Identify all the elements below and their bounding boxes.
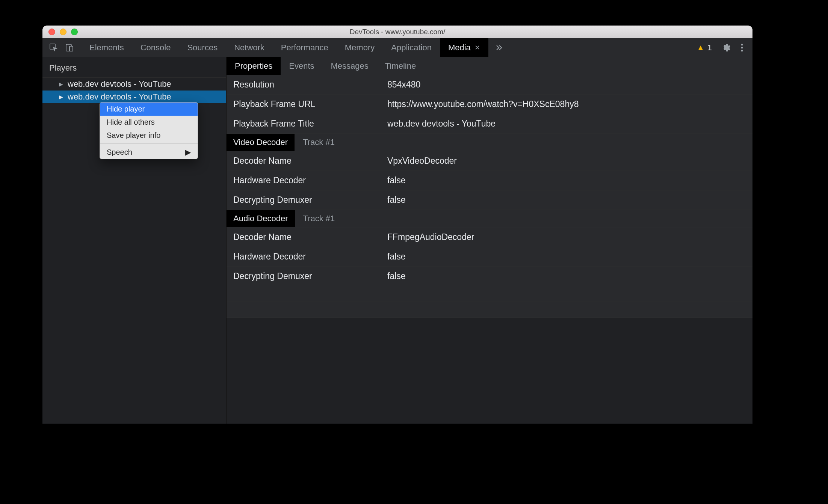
svg-rect-2 (70, 46, 73, 51)
section-track: Track #1 (295, 134, 343, 151)
players-sidebar: Players ▶ web.dev devtools - YouTube ▶ w… (42, 57, 227, 424)
warning-icon: ▲ (697, 43, 704, 52)
tab-network[interactable]: Network (226, 38, 273, 57)
warning-count: 1 (707, 43, 712, 53)
submenu-arrow-icon: ▶ (185, 148, 191, 157)
empty-row (227, 302, 752, 318)
tab-label: Elements (89, 43, 124, 53)
player-item-selected[interactable]: ▶ web.dev devtools - YouTube (42, 91, 226, 103)
prop-label: Decrypting Demuxer (233, 271, 387, 281)
tab-media[interactable]: Media ✕ (440, 38, 488, 57)
tab-label: Console (141, 43, 171, 53)
tab-console[interactable]: Console (132, 38, 179, 57)
prop-value: https://www.youtube.com/watch?v=H0XScE08… (387, 99, 579, 109)
context-item-label: Hide player (107, 105, 145, 113)
section-heading: Video Decoder (227, 134, 295, 151)
properties-list: Resolution 854x480 Playback Frame URL ht… (227, 75, 752, 424)
prop-row: Resolution 854x480 (227, 75, 752, 95)
svg-point-4 (741, 44, 743, 45)
prop-label: Hardware Decoder (233, 252, 387, 262)
zoom-window-button[interactable] (71, 29, 78, 35)
context-save-player-info[interactable]: Save player info (100, 129, 198, 142)
subtab-timeline[interactable]: Timeline (377, 57, 424, 75)
context-menu: Hide player Hide all others Save player … (100, 102, 198, 159)
devtools-window: DevTools - www.youtube.com/ Elements Con… (42, 26, 752, 424)
prop-value: VpxVideoDecoder (387, 156, 457, 166)
tab-application[interactable]: Application (383, 38, 440, 57)
subtab-properties[interactable]: Properties (227, 57, 281, 75)
context-item-label: Hide all others (107, 118, 155, 127)
settings-icon[interactable] (722, 43, 731, 52)
tab-label: Memory (345, 43, 375, 53)
prop-value: web.dev devtools - YouTube (387, 119, 496, 129)
prop-label: Resolution (233, 80, 387, 90)
play-triangle-icon: ▶ (59, 94, 63, 100)
prop-value: false (387, 175, 406, 186)
empty-row (227, 286, 752, 302)
device-toolbar-icon[interactable] (65, 43, 74, 52)
prop-row: Hardware Decoder false (227, 171, 752, 190)
prop-row: Hardware Decoder false (227, 247, 752, 267)
prop-value: false (387, 252, 406, 262)
titlebar: DevTools - www.youtube.com/ (42, 26, 752, 38)
prop-value: false (387, 195, 406, 205)
context-item-label: Save player info (107, 131, 160, 140)
content-area: Players ▶ web.dev devtools - YouTube ▶ w… (42, 57, 752, 424)
tab-sources[interactable]: Sources (179, 38, 226, 57)
subtab-label: Properties (235, 61, 272, 71)
tab-label: Network (234, 43, 264, 53)
subtab-messages[interactable]: Messages (323, 57, 377, 75)
prop-label: Playback Frame Title (233, 119, 387, 129)
player-label: web.dev devtools - YouTube (68, 92, 171, 102)
subtab-label: Timeline (385, 61, 416, 71)
subtab-events[interactable]: Events (281, 57, 322, 75)
inspect-element-icon[interactable] (49, 43, 58, 52)
properties-panel: Properties Events Messages Timeline Reso… (227, 57, 752, 424)
subtab-label: Events (289, 61, 314, 71)
prop-row: Decoder Name VpxVideoDecoder (227, 151, 752, 171)
audio-decoder-section: Audio Decoder Track #1 (227, 210, 752, 228)
section-track: Track #1 (295, 210, 343, 227)
tab-memory[interactable]: Memory (337, 38, 383, 57)
players-header: Players (42, 57, 226, 78)
more-tabs-button[interactable] (488, 44, 509, 51)
context-hide-player[interactable]: Hide player (100, 103, 198, 116)
prop-row: Decrypting Demuxer false (227, 190, 752, 210)
minimize-window-button[interactable] (60, 29, 66, 35)
toolbar-right: ▲ 1 (697, 43, 752, 53)
subtab-label: Messages (331, 61, 369, 71)
context-divider (100, 143, 198, 144)
close-tab-icon[interactable]: ✕ (474, 44, 480, 52)
tab-label: Application (391, 43, 432, 53)
video-decoder-section: Video Decoder Track #1 (227, 134, 752, 151)
prop-label: Playback Frame URL (233, 99, 387, 109)
devtools-toolbar: Elements Console Sources Network Perform… (42, 38, 752, 57)
player-item[interactable]: ▶ web.dev devtools - YouTube (42, 78, 226, 91)
prop-label: Decoder Name (233, 232, 387, 242)
prop-row: Playback Frame Title web.dev devtools - … (227, 114, 752, 134)
section-heading: Audio Decoder (227, 210, 295, 227)
close-window-button[interactable] (48, 29, 55, 35)
more-options-icon[interactable] (740, 43, 743, 52)
prop-label: Decoder Name (233, 156, 387, 166)
tab-elements[interactable]: Elements (81, 38, 132, 57)
tab-label: Media (448, 43, 471, 53)
prop-row: Playback Frame URL https://www.youtube.c… (227, 95, 752, 114)
toolbar-icon-group (42, 38, 81, 57)
context-speech-submenu[interactable]: Speech ▶ (100, 145, 198, 159)
prop-value: FFmpegAudioDecoder (387, 232, 474, 242)
prop-label: Decrypting Demuxer (233, 195, 387, 205)
tab-label: Sources (187, 43, 218, 53)
window-title: DevTools - www.youtube.com/ (350, 28, 446, 36)
context-item-label: Speech (107, 148, 132, 157)
context-hide-all-others[interactable]: Hide all others (100, 116, 198, 129)
prop-row: Decoder Name FFmpegAudioDecoder (227, 228, 752, 247)
svg-point-5 (741, 47, 743, 48)
tab-performance[interactable]: Performance (273, 38, 337, 57)
traffic-lights (42, 29, 78, 35)
prop-value: 854x480 (387, 80, 420, 90)
prop-row: Decrypting Demuxer false (227, 267, 752, 286)
warnings-button[interactable]: ▲ 1 (697, 43, 712, 53)
tab-label: Performance (281, 43, 328, 53)
toolbar-tabs: Elements Console Sources Network Perform… (81, 38, 488, 57)
